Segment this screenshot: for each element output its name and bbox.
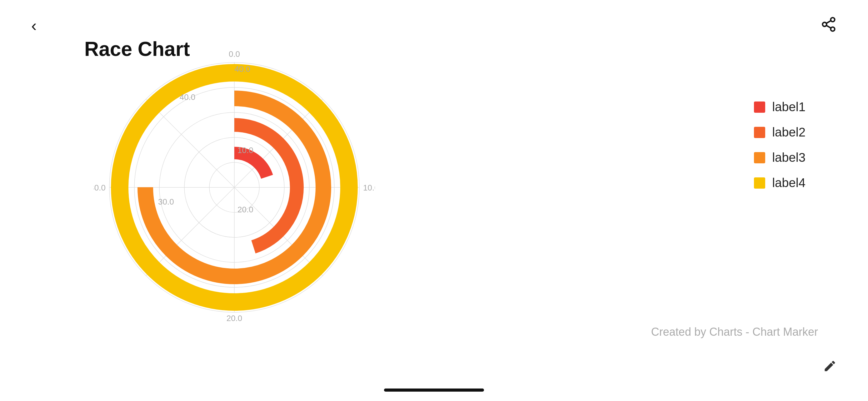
legend-item-label4: label4 [754, 176, 806, 190]
svg-text:0.0: 0.0 [229, 49, 240, 59]
chart-svg: 0.0 10.0 20.0 30.0 10.0 20.0 30.0 40.0 4… [94, 47, 375, 328]
svg-text:30.0: 30.0 [158, 197, 174, 206]
home-indicator [384, 389, 484, 392]
svg-text:10.0: 10.0 [238, 145, 253, 155]
svg-text:40.0: 40.0 [180, 93, 195, 102]
race-chart: 0.0 10.0 20.0 30.0 10.0 20.0 30.0 40.0 4… [94, 47, 375, 328]
svg-text:20.0: 20.0 [226, 313, 243, 323]
svg-text:30.0: 30.0 [94, 183, 105, 192]
chart-legend: label1 label2 label3 label4 [754, 100, 806, 190]
svg-line-3 [827, 25, 831, 28]
legend-swatch-label2 [754, 127, 765, 138]
legend-label-label3: label3 [772, 151, 806, 165]
svg-text:40.0: 40.0 [235, 64, 251, 74]
edit-button[interactable] [823, 359, 837, 376]
legend-swatch-label3 [754, 152, 765, 163]
legend-label-label4: label4 [772, 176, 806, 190]
legend-label-label2: label2 [772, 125, 806, 139]
svg-line-4 [827, 21, 831, 24]
legend-label-label1: label1 [772, 100, 806, 114]
chart-area: 0.0 10.0 20.0 30.0 10.0 20.0 30.0 40.0 4… [62, 31, 406, 343]
legend-item-label2: label2 [754, 125, 806, 139]
legend-item-label1: label1 [754, 100, 806, 114]
svg-text:10.0: 10.0 [363, 183, 375, 192]
share-button[interactable] [820, 16, 837, 36]
legend-item-label3: label3 [754, 151, 806, 165]
svg-text:20.0: 20.0 [238, 205, 253, 214]
legend-swatch-label4 [754, 177, 765, 189]
back-button[interactable]: ‹ [31, 16, 36, 35]
credit-text: Created by Charts - Chart Marker [651, 326, 818, 338]
legend-swatch-label1 [754, 101, 765, 113]
